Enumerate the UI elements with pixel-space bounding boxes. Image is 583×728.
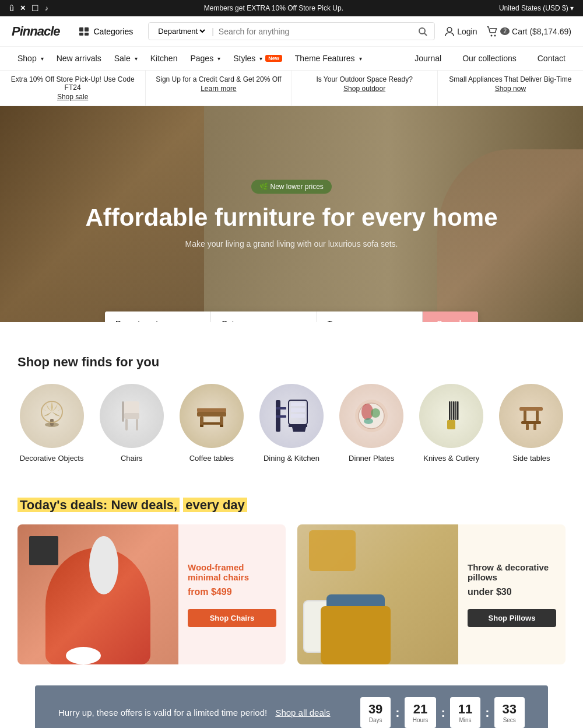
shop-section: Shop new finds for you Decorative Obje <box>0 322 583 484</box>
cart-count: 2 <box>500 27 510 35</box>
decorative-icon <box>31 396 72 436</box>
nav-right: Journal Our collections Contact <box>409 47 571 70</box>
svg-rect-22 <box>200 425 203 427</box>
category-label-knives: Knives & Cutlery <box>423 454 479 463</box>
plates-icon <box>351 396 392 436</box>
hero-subtitle: Make your living a grand living with our… <box>85 239 497 249</box>
category-select[interactable]: Category <box>211 312 317 322</box>
deal-price-pillows: under $30 <box>468 587 556 597</box>
grid-icon <box>79 27 90 36</box>
deal-table-base <box>66 647 101 664</box>
deals-highlight: every day <box>183 498 247 512</box>
svg-rect-39 <box>451 401 453 420</box>
svg-rect-28 <box>291 402 305 406</box>
deal-info-chairs: Wood-framed minimal chairs from $499 Sho… <box>178 524 286 664</box>
category-item-coffee[interactable]: Coffee tables <box>177 384 245 463</box>
logo[interactable]: Pinnacle <box>12 24 59 39</box>
svg-rect-44 <box>524 411 526 421</box>
category-label-dining: Dining & Kitchen <box>264 454 319 463</box>
promo-item-2: Sign Up for a Credit Card & Get 20% Off … <box>146 71 292 106</box>
shop-chairs-button[interactable]: Shop Chairs <box>188 609 276 627</box>
nav-item-theme-features[interactable]: Theme Features ▾ <box>289 47 368 70</box>
header-actions: Login 2 Cart ($8,174.69) <box>444 26 571 37</box>
countdown-bar: Hurry up, these offers is valid for a li… <box>35 685 548 728</box>
nav-item-pages[interactable]: Pages ▾ <box>184 47 226 70</box>
svg-rect-37 <box>447 420 455 429</box>
nav-item-kitchen[interactable]: Kitchen <box>145 47 184 70</box>
countdown-secs: 33 Secs <box>494 697 525 728</box>
deal-card-chairs: Wood-framed minimal chairs from $499 Sho… <box>17 524 286 664</box>
promo-strip: Extra 10% Off Store Pick-Up! Use Code FT… <box>0 71 583 106</box>
shop-section-title: Shop new finds for you <box>17 355 566 370</box>
svg-rect-40 <box>453 401 455 420</box>
x-twitter-icon[interactable]: ✕ <box>20 4 26 12</box>
promo-link-4[interactable]: Shop now <box>444 85 577 93</box>
search-icon[interactable] <box>418 27 427 36</box>
promo-item-3: Is Your Outdoor Space Ready? Shop outdoo… <box>292 71 438 106</box>
hero-section: New lower prices Affordable furniture fo… <box>0 106 583 322</box>
type-select[interactable]: Type <box>317 312 423 322</box>
category-item-dining[interactable]: Dining & Kitchen <box>257 384 325 463</box>
svg-point-36 <box>364 418 373 424</box>
promo-link-3[interactable]: Shop outdoor <box>298 85 431 93</box>
cart-button[interactable]: 2 Cart ($8,174.69) <box>486 26 571 37</box>
filter-search-button[interactable]: Search <box>423 312 478 322</box>
search-category-select[interactable]: Department <box>156 26 207 36</box>
countdown-text: Hurry up, these offers is valid for a li… <box>58 708 331 718</box>
nav-item-journal[interactable]: Journal <box>409 47 447 70</box>
svg-point-6 <box>447 27 452 32</box>
svg-rect-45 <box>536 411 539 421</box>
region-selector[interactable]: United States (USD $) ▾ <box>499 4 574 12</box>
dining-icon <box>271 396 312 436</box>
promo-link-2[interactable]: Learn more <box>152 85 285 93</box>
category-item-side-tables[interactable]: Side tables <box>497 384 566 463</box>
facebook-icon[interactable]: û <box>9 4 14 13</box>
category-image-dining <box>259 384 324 448</box>
category-label-plates: Dinner Plates <box>349 454 394 463</box>
search-input[interactable] <box>219 27 413 36</box>
svg-rect-47 <box>526 424 529 430</box>
deals-section: Today's deals: New deals, every day Wood… <box>0 484 583 685</box>
svg-line-5 <box>424 33 427 36</box>
svg-point-8 <box>494 34 496 36</box>
category-image-plates <box>339 384 403 448</box>
svg-rect-14 <box>125 419 128 430</box>
nav-item-collections[interactable]: Our collections <box>456 47 522 70</box>
svg-rect-23 <box>220 425 223 427</box>
category-grid: Decorative Objects Chairs <box>17 384 566 463</box>
nav-item-styles[interactable]: Styles ▾ New <box>227 47 288 70</box>
nav-item-new-arrivals[interactable]: New arrivals <box>51 47 107 70</box>
deals-grid: Wood-framed minimal chairs from $499 Sho… <box>17 524 566 664</box>
nav-item-contact[interactable]: Contact <box>532 47 571 70</box>
deal-image-chairs <box>17 524 178 664</box>
svg-point-35 <box>371 408 380 418</box>
cart-icon <box>486 26 498 37</box>
category-image-side-tables <box>499 384 563 448</box>
side-table-icon <box>511 396 552 436</box>
svg-rect-17 <box>197 412 226 416</box>
category-item-chairs[interactable]: Chairs <box>97 384 166 463</box>
deals-title: Today's deals: New deals, every day <box>17 498 566 513</box>
nav-item-shop[interactable]: Shop ▾ <box>12 47 50 70</box>
category-label-decorative: Decorative Objects <box>20 454 84 463</box>
instagram-icon[interactable]: ☐ <box>31 4 39 13</box>
login-button[interactable]: Login <box>444 26 477 37</box>
category-item-knives[interactable]: Knives & Cutlery <box>417 384 486 463</box>
shop-pillows-button[interactable]: Shop Pillows <box>468 609 556 627</box>
deal-card-pillows: Throw & decorative pillows under $30 Sho… <box>297 524 566 664</box>
category-item-plates[interactable]: Dinner Plates <box>338 384 406 463</box>
svg-rect-25 <box>276 407 286 410</box>
chair-icon <box>111 396 152 436</box>
category-item-decorative[interactable]: Decorative Objects <box>17 384 86 463</box>
countdown-wrapper: Hurry up, these offers is valid for a li… <box>0 685 583 728</box>
department-select[interactable]: Department <box>105 312 211 322</box>
header: Pinnacle Categories Department | Login <box>0 16 583 47</box>
promo-link-1[interactable]: Shop sale <box>6 93 139 101</box>
svg-rect-43 <box>519 407 543 411</box>
svg-rect-13 <box>124 413 139 419</box>
shop-all-deals-link[interactable]: Shop all deals <box>275 708 330 718</box>
category-image-decorative <box>20 384 84 448</box>
countdown-sep-2: : <box>441 705 445 720</box>
nav-item-sale[interactable]: Sale ▾ <box>108 47 143 70</box>
categories-button[interactable]: Categories <box>73 23 139 40</box>
